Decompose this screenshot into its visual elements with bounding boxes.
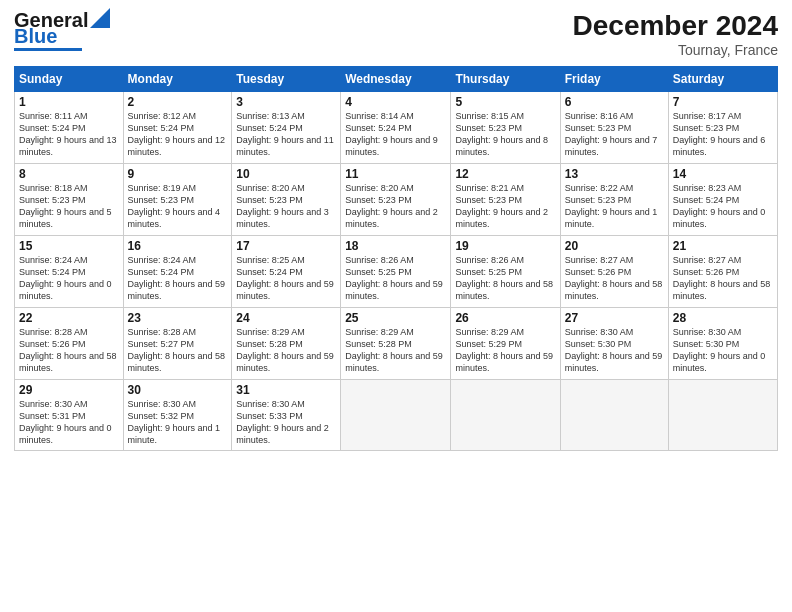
- day-number: 6: [565, 95, 664, 109]
- table-row: 30Sunrise: 8:30 AM Sunset: 5:32 PM Dayli…: [123, 380, 232, 451]
- col-thursday: Thursday: [451, 67, 560, 92]
- day-number: 2: [128, 95, 228, 109]
- day-info: Sunrise: 8:13 AM Sunset: 5:24 PM Dayligh…: [236, 110, 336, 159]
- logo-underline: [14, 48, 82, 51]
- col-sunday: Sunday: [15, 67, 124, 92]
- table-row: 26Sunrise: 8:29 AM Sunset: 5:29 PM Dayli…: [451, 308, 560, 380]
- table-row: 27Sunrise: 8:30 AM Sunset: 5:30 PM Dayli…: [560, 308, 668, 380]
- day-number: 5: [455, 95, 555, 109]
- day-info: Sunrise: 8:30 AM Sunset: 5:30 PM Dayligh…: [565, 326, 664, 375]
- table-row: 17Sunrise: 8:25 AM Sunset: 5:24 PM Dayli…: [232, 236, 341, 308]
- table-row: 18Sunrise: 8:26 AM Sunset: 5:25 PM Dayli…: [341, 236, 451, 308]
- table-row: [451, 380, 560, 451]
- day-number: 14: [673, 167, 773, 181]
- day-info: Sunrise: 8:27 AM Sunset: 5:26 PM Dayligh…: [565, 254, 664, 303]
- day-number: 9: [128, 167, 228, 181]
- calendar-header-row: Sunday Monday Tuesday Wednesday Thursday…: [15, 67, 778, 92]
- logo-text2: Blue: [14, 26, 57, 46]
- day-info: Sunrise: 8:29 AM Sunset: 5:29 PM Dayligh…: [455, 326, 555, 375]
- col-tuesday: Tuesday: [232, 67, 341, 92]
- table-row: 7Sunrise: 8:17 AM Sunset: 5:23 PM Daylig…: [668, 92, 777, 164]
- table-row: 11Sunrise: 8:20 AM Sunset: 5:23 PM Dayli…: [341, 164, 451, 236]
- day-number: 23: [128, 311, 228, 325]
- day-info: Sunrise: 8:28 AM Sunset: 5:26 PM Dayligh…: [19, 326, 119, 375]
- calendar-subtitle: Tournay, France: [573, 42, 778, 58]
- table-row: 24Sunrise: 8:29 AM Sunset: 5:28 PM Dayli…: [232, 308, 341, 380]
- col-wednesday: Wednesday: [341, 67, 451, 92]
- day-info: Sunrise: 8:12 AM Sunset: 5:24 PM Dayligh…: [128, 110, 228, 159]
- table-row: 21Sunrise: 8:27 AM Sunset: 5:26 PM Dayli…: [668, 236, 777, 308]
- day-info: Sunrise: 8:28 AM Sunset: 5:27 PM Dayligh…: [128, 326, 228, 375]
- table-row: 31Sunrise: 8:30 AM Sunset: 5:33 PM Dayli…: [232, 380, 341, 451]
- day-info: Sunrise: 8:30 AM Sunset: 5:30 PM Dayligh…: [673, 326, 773, 375]
- table-row: [560, 380, 668, 451]
- day-info: Sunrise: 8:17 AM Sunset: 5:23 PM Dayligh…: [673, 110, 773, 159]
- day-number: 7: [673, 95, 773, 109]
- day-info: Sunrise: 8:26 AM Sunset: 5:25 PM Dayligh…: [455, 254, 555, 303]
- day-number: 15: [19, 239, 119, 253]
- day-info: Sunrise: 8:21 AM Sunset: 5:23 PM Dayligh…: [455, 182, 555, 231]
- logo-icon: [90, 8, 110, 28]
- day-number: 3: [236, 95, 336, 109]
- day-number: 11: [345, 167, 446, 181]
- day-number: 21: [673, 239, 773, 253]
- table-row: 5Sunrise: 8:15 AM Sunset: 5:23 PM Daylig…: [451, 92, 560, 164]
- day-number: 28: [673, 311, 773, 325]
- day-info: Sunrise: 8:30 AM Sunset: 5:33 PM Dayligh…: [236, 398, 336, 447]
- day-info: Sunrise: 8:26 AM Sunset: 5:25 PM Dayligh…: [345, 254, 446, 303]
- header: General Blue December 2024 Tournay, Fran…: [14, 10, 778, 58]
- day-info: Sunrise: 8:18 AM Sunset: 5:23 PM Dayligh…: [19, 182, 119, 231]
- day-info: Sunrise: 8:30 AM Sunset: 5:32 PM Dayligh…: [128, 398, 228, 447]
- table-row: 1Sunrise: 8:11 AM Sunset: 5:24 PM Daylig…: [15, 92, 124, 164]
- day-number: 30: [128, 383, 228, 397]
- day-info: Sunrise: 8:20 AM Sunset: 5:23 PM Dayligh…: [345, 182, 446, 231]
- table-row: [668, 380, 777, 451]
- table-row: [341, 380, 451, 451]
- table-row: 10Sunrise: 8:20 AM Sunset: 5:23 PM Dayli…: [232, 164, 341, 236]
- day-number: 26: [455, 311, 555, 325]
- col-monday: Monday: [123, 67, 232, 92]
- day-number: 8: [19, 167, 119, 181]
- table-row: 15Sunrise: 8:24 AM Sunset: 5:24 PM Dayli…: [15, 236, 124, 308]
- day-info: Sunrise: 8:29 AM Sunset: 5:28 PM Dayligh…: [345, 326, 446, 375]
- table-row: 22Sunrise: 8:28 AM Sunset: 5:26 PM Dayli…: [15, 308, 124, 380]
- day-info: Sunrise: 8:29 AM Sunset: 5:28 PM Dayligh…: [236, 326, 336, 375]
- table-row: 2Sunrise: 8:12 AM Sunset: 5:24 PM Daylig…: [123, 92, 232, 164]
- table-row: 19Sunrise: 8:26 AM Sunset: 5:25 PM Dayli…: [451, 236, 560, 308]
- day-info: Sunrise: 8:22 AM Sunset: 5:23 PM Dayligh…: [565, 182, 664, 231]
- day-number: 29: [19, 383, 119, 397]
- day-number: 24: [236, 311, 336, 325]
- day-info: Sunrise: 8:20 AM Sunset: 5:23 PM Dayligh…: [236, 182, 336, 231]
- table-row: 16Sunrise: 8:24 AM Sunset: 5:24 PM Dayli…: [123, 236, 232, 308]
- table-row: 13Sunrise: 8:22 AM Sunset: 5:23 PM Dayli…: [560, 164, 668, 236]
- table-row: 8Sunrise: 8:18 AM Sunset: 5:23 PM Daylig…: [15, 164, 124, 236]
- day-number: 19: [455, 239, 555, 253]
- day-number: 22: [19, 311, 119, 325]
- table-row: 29Sunrise: 8:30 AM Sunset: 5:31 PM Dayli…: [15, 380, 124, 451]
- day-number: 13: [565, 167, 664, 181]
- day-number: 20: [565, 239, 664, 253]
- table-row: 3Sunrise: 8:13 AM Sunset: 5:24 PM Daylig…: [232, 92, 341, 164]
- day-info: Sunrise: 8:19 AM Sunset: 5:23 PM Dayligh…: [128, 182, 228, 231]
- day-info: Sunrise: 8:15 AM Sunset: 5:23 PM Dayligh…: [455, 110, 555, 159]
- day-info: Sunrise: 8:23 AM Sunset: 5:24 PM Dayligh…: [673, 182, 773, 231]
- table-row: 4Sunrise: 8:14 AM Sunset: 5:24 PM Daylig…: [341, 92, 451, 164]
- day-number: 12: [455, 167, 555, 181]
- col-friday: Friday: [560, 67, 668, 92]
- day-info: Sunrise: 8:27 AM Sunset: 5:26 PM Dayligh…: [673, 254, 773, 303]
- day-info: Sunrise: 8:30 AM Sunset: 5:31 PM Dayligh…: [19, 398, 119, 447]
- calendar-title: December 2024: [573, 10, 778, 42]
- day-number: 27: [565, 311, 664, 325]
- day-info: Sunrise: 8:25 AM Sunset: 5:24 PM Dayligh…: [236, 254, 336, 303]
- day-info: Sunrise: 8:16 AM Sunset: 5:23 PM Dayligh…: [565, 110, 664, 159]
- day-number: 25: [345, 311, 446, 325]
- table-row: 9Sunrise: 8:19 AM Sunset: 5:23 PM Daylig…: [123, 164, 232, 236]
- col-saturday: Saturday: [668, 67, 777, 92]
- table-row: 6Sunrise: 8:16 AM Sunset: 5:23 PM Daylig…: [560, 92, 668, 164]
- day-number: 31: [236, 383, 336, 397]
- day-info: Sunrise: 8:14 AM Sunset: 5:24 PM Dayligh…: [345, 110, 446, 159]
- table-row: 23Sunrise: 8:28 AM Sunset: 5:27 PM Dayli…: [123, 308, 232, 380]
- table-row: 20Sunrise: 8:27 AM Sunset: 5:26 PM Dayli…: [560, 236, 668, 308]
- day-number: 16: [128, 239, 228, 253]
- calendar-table: Sunday Monday Tuesday Wednesday Thursday…: [14, 66, 778, 451]
